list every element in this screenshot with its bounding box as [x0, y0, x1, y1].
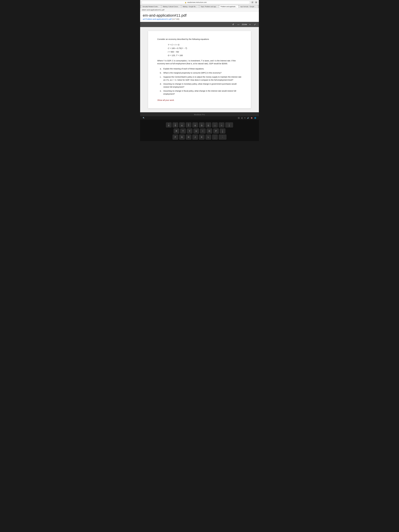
breadcrumb: oblem-and-application#11.pdf: [142, 9, 164, 11]
key-o[interactable]: O: [207, 128, 212, 134]
key-u[interactable]: U: [193, 128, 199, 134]
keyboard-row-bottom: F G H J K L : ; " ': [141, 134, 258, 140]
pdf-toolbar: ↺ — ZOOM + ⤢: [140, 22, 259, 27]
key-l[interactable]: L: [205, 134, 211, 140]
key-h[interactable]: H: [186, 134, 191, 140]
description-text: Where Y is GDP, C is consumption, I is i…: [157, 59, 242, 65]
pdf-subtitle: ad Problem-and-application#11.pdf (117 K…: [143, 18, 256, 20]
volume-icon: 🔊: [247, 117, 249, 119]
pdf-refresh-button[interactable]: ↺: [231, 23, 235, 26]
url-text: waubonsee.instructure.com: [187, 1, 207, 3]
question-b-letter: b.: [160, 71, 163, 74]
macbook-label: MacBook Pro: [194, 114, 205, 116]
key-t[interactable]: T: [180, 128, 186, 134]
pdf-zoom-out-button[interactable]: —: [236, 23, 241, 26]
pdf-download-link[interactable]: ad Problem-and-application#11.pdf: [143, 18, 172, 20]
key-0[interactable]: ) 0: [205, 122, 211, 128]
key-4[interactable]: $ 4: [166, 122, 172, 128]
keyboard-area: $ 4 % 5 ^ 6 & 7 * 8 ( 9: [140, 120, 259, 141]
search-icon[interactable]: 🔍: [143, 117, 145, 119]
question-e-letter: e.: [160, 89, 163, 95]
address-bar[interactable]: 🔒 waubonsee.instructure.com: [141, 1, 250, 4]
browser-chrome: 🔒 waubonsee.instructure.com ↺ ⬇ Sexually…: [140, 0, 259, 8]
equation-1: Y = C + I + G: [168, 43, 242, 46]
equation-2: C = 100 + 0.75(Y − T): [168, 46, 242, 50]
equations: Y = C + I + G C = 100 + 0.75(Y − T) I = …: [168, 43, 242, 57]
tab-bar: Sexually Related Content... Making: Cult…: [140, 5, 259, 8]
key-equals[interactable]: + =: [219, 122, 224, 128]
key-j[interactable]: J: [192, 134, 198, 140]
questions-list: a. Explain the meaning of each of these …: [157, 67, 242, 95]
equation-4: G = 125; T = 100: [168, 54, 242, 57]
key-minus[interactable]: — —: [212, 122, 218, 128]
question-a-text: Explain the meaning of each of these equ…: [163, 67, 204, 70]
key-bracket-open[interactable]: { [: [220, 128, 226, 134]
key-6[interactable]: ^ 6: [179, 122, 185, 128]
pdf-expand-button[interactable]: ⤢: [253, 23, 257, 26]
question-c-text: Suppose the Central Bank's policy is to …: [163, 76, 242, 81]
mute-icon: 🔇: [251, 117, 253, 119]
pdf-zoom-in-button[interactable]: +: [248, 23, 252, 26]
key-brace-open[interactable]: { }: [225, 122, 233, 128]
tab-mpc-formula[interactable]: mpc formula - Google S...: [239, 5, 258, 8]
key-g[interactable]: G: [179, 134, 185, 140]
key-8[interactable]: * 8: [192, 122, 198, 128]
key-r[interactable]: R: [173, 128, 179, 134]
key-5[interactable]: % 5: [172, 122, 178, 128]
pdf-main-title: em-and-application#11.pdf: [143, 13, 256, 18]
pdf-intro: Consider an economy described by the fol…: [157, 38, 242, 41]
zoom-label: ZOOM: [242, 24, 247, 25]
question-b-text: What is the marginal propensity to consu…: [163, 71, 222, 74]
status-bar: 🔍 ⬛ ❮ ✳︎ 🔊 🔇 🌐: [140, 116, 259, 120]
pdf-title-bar: em-and-application#11.pdf ad Problem-and…: [140, 12, 259, 22]
tab-problem-application[interactable]: Problem-and-application...: [219, 5, 239, 8]
question-e: e. Assuming no change in fiscal policy, …: [160, 89, 242, 95]
show-work: Show all your work.: [157, 99, 242, 102]
user-icon: 🌐: [254, 117, 256, 119]
status-icons: ⬛ ❮ ✳︎ 🔊 🔇 🌐: [238, 117, 256, 119]
tab-topic-problem[interactable]: Topic: Problem and appli...: [199, 5, 219, 8]
tab-sexually-related[interactable]: Sexually Related Content...: [141, 5, 161, 8]
question-c: c. Suppose the Central Bank's policy is …: [160, 76, 242, 81]
question-c-letter: c.: [160, 76, 163, 81]
keyboard-row-numbers: $ 4 % 5 ^ 6 & 7 * 8 ( 9: [141, 122, 258, 128]
question-a-letter: a.: [160, 67, 163, 70]
key-p[interactable]: P: [213, 128, 219, 134]
pdf-page: Consider an economy described by the fol…: [148, 31, 251, 108]
key-y[interactable]: Y: [187, 128, 192, 134]
laptop-bezel: MacBook Pro: [140, 112, 259, 116]
download-icon[interactable]: ⬇: [255, 1, 258, 4]
question-d-letter: d.: [160, 82, 163, 89]
keyboard-row-qwerty: R T Y U I O P { [: [141, 128, 258, 134]
question-a: a. Explain the meaning of each of these …: [160, 67, 242, 70]
key-i[interactable]: I: [200, 128, 206, 134]
tab-making-google-books[interactable]: Making - Google Books: [181, 5, 199, 8]
gear-icon: ✳︎: [244, 117, 246, 119]
pdf-viewer: em-and-application#11.pdf ad Problem-and…: [140, 12, 259, 112]
equation-3: I = 500 − 50r: [168, 50, 242, 54]
pdf-content-area: Consider an economy described by the fol…: [140, 27, 259, 112]
question-e-text: Assuming no change in fiscal policy, wha…: [163, 89, 242, 95]
key-k[interactable]: K: [199, 134, 205, 140]
chevron-left-icon: ❮: [241, 117, 243, 119]
key-9[interactable]: ( 9: [199, 122, 205, 128]
lock-icon: 🔒: [185, 2, 187, 3]
browser-actions: ↺ ⬇: [251, 1, 258, 4]
browser-toolbar: 🔒 waubonsee.instructure.com ↺ ⬇: [140, 0, 259, 5]
key-f[interactable]: F: [172, 134, 178, 140]
key-7[interactable]: & 7: [186, 122, 191, 128]
refresh-icon[interactable]: ↺: [251, 1, 254, 4]
page-url-bar: oblem-and-application#11.pdf: [140, 8, 259, 12]
question-b: b. What is the marginal propensity to co…: [160, 71, 242, 74]
tab-making-cultural[interactable]: Making: Cultural Concep...: [162, 5, 181, 8]
screen-icon: ⬛: [238, 117, 240, 119]
key-semicolon[interactable]: : ;: [212, 134, 218, 140]
question-d-text: Assuming no change in monetary policy, w…: [163, 82, 242, 89]
question-d: d. Assuming no change in monetary policy…: [160, 82, 242, 89]
key-quote[interactable]: " ': [219, 134, 227, 140]
